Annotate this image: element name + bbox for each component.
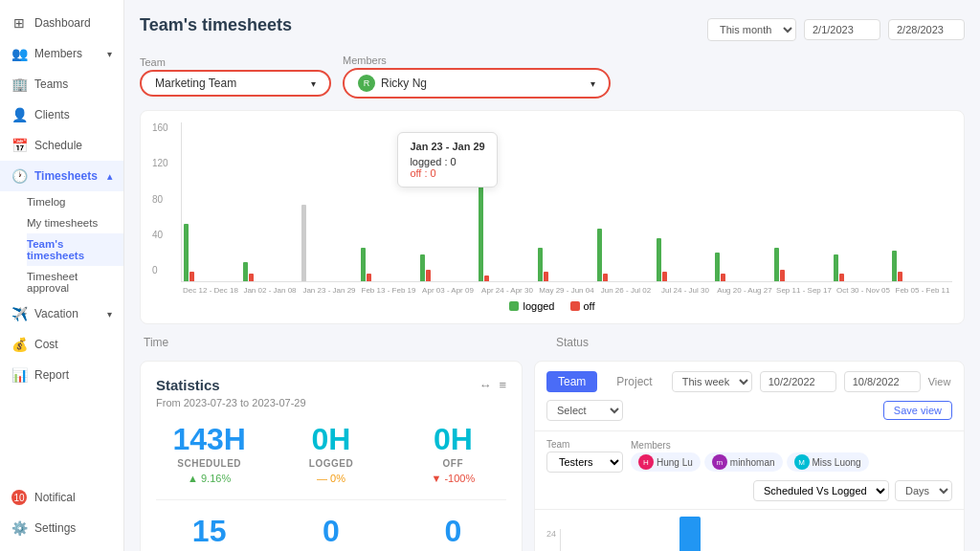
team-select-rp[interactable]: Testers [546,452,623,473]
bar-off [367,274,371,281]
date-start-input[interactable] [804,19,880,40]
avatar: H [638,454,654,470]
tooltip-off: off : 0 [410,167,484,179]
chart-x-axis: Dec 12 - Dec 18 Jan 02 - Jan 08 Jan 23 -… [181,286,952,295]
bar-logged [184,224,189,281]
stat-logged: 0H LOGGED — 0% [278,424,384,484]
off-change: ▼ -100% [400,473,506,484]
members-select[interactable]: R Ricky Ng ▾ [343,68,611,99]
bar-group [361,248,419,281]
sidebar-sublabel: Team's timesheets [27,238,112,261]
bar-group [538,248,596,281]
bar-off [426,270,431,281]
avatar: M [794,454,810,470]
stats-date: From 2023-07-23 to 2023-07-29 [156,397,506,408]
period-select-rp[interactable]: This week [672,371,752,392]
bar-off [249,274,254,281]
chevron-down-icon: ▾ [107,309,112,320]
sidebar-item-label: Dashboard [34,16,91,30]
sidebar-item-dashboard[interactable]: ⊞ Dashboard [0,8,123,38]
sidebar-item-timesheet-approval[interactable]: Timesheet approval [27,266,123,298]
bar-group [892,251,950,281]
notification-badge: 10 [11,490,27,505]
sidebar-item-members[interactable]: 👥 Members ▾ [0,38,123,69]
view-type-select[interactable]: Scheduled Vs Logged [753,480,889,501]
member-tags: H Hung Lu m minhoman M Miss Luong [631,452,869,472]
chart-tooltip: Jan 23 - Jan 29 logged : 0 off : 0 [397,132,497,187]
rp-date-start[interactable] [760,371,836,392]
arrows-icon[interactable]: ↔ [479,378,491,392]
bar-off [898,272,902,281]
days-select[interactable]: Days [895,480,952,501]
sidebar-item-label: Schedule [34,139,82,152]
sidebar-item-timelog[interactable]: Timelog [27,191,123,212]
dash-icon: — [317,473,327,484]
stats-title: Statistics [156,377,220,393]
sidebar-item-timesheets[interactable]: 🕐 Timesheets ▴ [0,161,123,191]
tab-team[interactable]: Team [546,371,597,392]
bar-group [184,224,242,281]
team-select[interactable]: Marketing Team ▾ [140,70,331,97]
timesheets-icon: 🕐 [11,168,27,184]
sidebar-item-label: Settings [34,521,76,535]
rp-y-axis: 24 18 12 6 0 [546,529,556,551]
members-select-value: Ricky Ng [381,77,427,90]
rp-date-end[interactable] [844,371,921,392]
sidebar-item-notifications[interactable]: 10 Notifical [0,482,123,513]
off-change-value: -100% [444,473,475,484]
sidebar-item-my-timesheets[interactable]: My timesheets [27,212,123,233]
logged-change: — 0% [278,473,384,484]
menu-icon[interactable]: ≡ [499,378,506,392]
save-view-button[interactable]: Save view [883,401,952,420]
off-value: 0H [400,424,506,454]
view-select[interactable]: Select [546,400,623,421]
tooltip-date: Jan 23 - Jan 29 [410,141,484,152]
bar-logged [597,229,602,281]
dashboard-icon: ⊞ [11,15,27,31]
right-panel-header: Team Project This week View Select Save … [535,362,964,431]
schedule-icon: 📅 [11,138,27,153]
up-arrow-icon: ▲ [188,473,198,484]
bar-group [774,248,833,281]
sidebar-item-label: Vacation [34,307,78,320]
chevron-down-icon: ▾ [107,49,112,59]
stat-unplanned: 0 UNPLANNED ISSUES — 0% [278,516,384,551]
date-end-input[interactable] [888,19,965,40]
stat-scheduled: 143H SCHEDULED ▲ 9.16% [156,424,262,484]
issues-grid: 15 PLANNED ISSUES ▲ 36.36% 0 UNPLANNED I… [156,516,506,551]
right-panel-filters: Team Testers Members H Hung Lu [535,431,964,510]
off-label: OFF [400,458,506,469]
bar-off [780,270,785,281]
time-col-header: Time [144,336,548,349]
chevron-down-icon: ▾ [590,78,595,89]
statistics-panel: Statistics ↔ ≡ From 2023-07-23 to 2023-0… [140,361,523,551]
down-arrow-icon: ▼ [431,473,441,484]
member-name: minhoman [730,457,775,468]
sidebar-item-teams-timesheets[interactable]: Team's timesheets [27,233,123,266]
timesheets-submenu: Timelog My timesheets Team's timesheets … [0,191,123,298]
sidebar-item-settings[interactable]: ⚙️ Settings [0,513,123,543]
period-select[interactable]: This month [707,18,796,41]
sidebar-item-vacation[interactable]: ✈️ Vacation ▾ [0,298,123,329]
chevron-down-icon: ▾ [311,78,316,89]
bar-logged [243,262,248,281]
member-name: Miss Luong [813,457,861,468]
bar-group [834,254,892,281]
sidebar-item-report[interactable]: 📊 Report [0,360,123,390]
bar-off [721,274,725,281]
rp-bars [560,529,952,551]
member-tag-minhoman: m minhoman [704,452,783,472]
legend-off-label: off [584,300,595,312]
sidebar-item-clients[interactable]: 👤 Clients [0,99,123,130]
sidebar-item-schedule[interactable]: 📅 Schedule [0,130,123,161]
tab-project[interactable]: Project [605,371,663,392]
sidebar-item-cost[interactable]: 💰 Cost [0,329,123,360]
vacation-icon: ✈️ [11,306,27,321]
chart-bars: Jan 23 - Jan 29 logged : 0 off : 0 [181,122,952,282]
chart-container: 160 120 80 40 0 Jan 23 - Jan 29 logged :… [152,122,952,295]
sidebar-item-label: Teams [34,77,68,91]
chevron-up-icon: ▴ [107,171,112,182]
rp-chart: 24 18 12 6 0 [535,510,964,551]
sidebar-item-teams[interactable]: 🏢 Teams [0,69,123,99]
notification-label: Notifical [34,491,76,504]
